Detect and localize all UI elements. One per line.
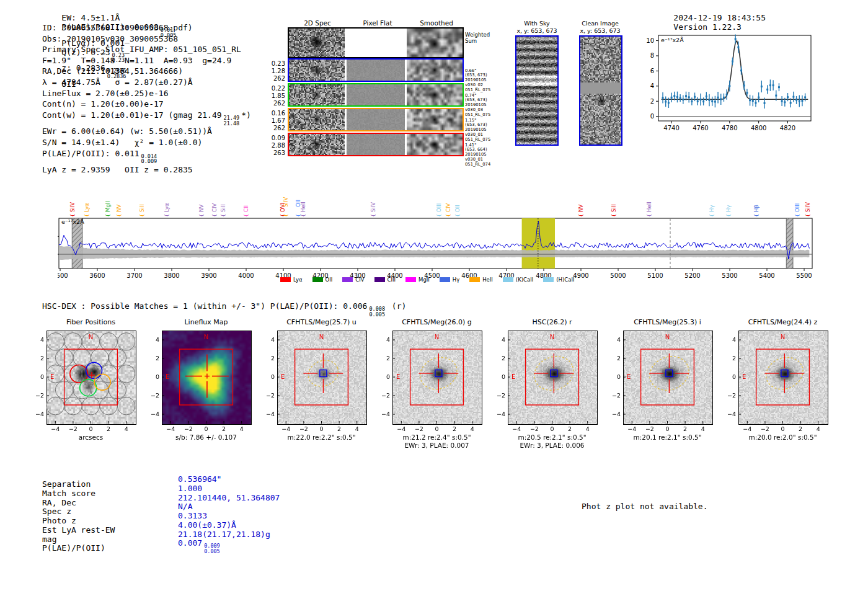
- x-tick: 4: [466, 425, 479, 432]
- line-marker-siiv: { SiIV: [283, 197, 289, 217]
- x-tick: 4: [351, 425, 363, 432]
- y-tick: 2: [264, 355, 275, 362]
- y-tick: −4: [494, 411, 505, 417]
- legend-swatch: [503, 277, 513, 282]
- cutout-title: CFHTLS/Meg(24.4) z: [738, 318, 827, 326]
- obs-id: Obs: 20190105v030_3090055368: [42, 33, 251, 45]
- legend-swatch: [312, 277, 323, 282]
- cutout-overlay: NE: [162, 331, 250, 424]
- 2dspec-weighted-image: [289, 29, 345, 57]
- line-marker-civ: { CIV: [445, 203, 451, 217]
- svg-text:3800: 3800: [164, 272, 179, 279]
- y-tick: −2: [609, 392, 621, 399]
- smoothed-weighted-image: [407, 29, 463, 57]
- x-tick: 0: [316, 425, 328, 432]
- svg-text:2: 2: [650, 98, 654, 105]
- line-marker-oii: { OII: [454, 205, 461, 217]
- svg-text:N: N: [319, 334, 324, 340]
- svg-text:e⁻¹⁷x2Å: e⁻¹⁷x2Å: [61, 218, 84, 225]
- detect-id: ID: 3090055368 (3090055368.pdf): [42, 22, 251, 33]
- match-value: 0.0070.0090.005: [178, 539, 280, 554]
- line-marker-hγ: { Hγ: [709, 205, 715, 217]
- y-tick: −2: [725, 392, 736, 399]
- x-tick: 2: [794, 425, 807, 432]
- legend-item-h: Hγ: [440, 277, 459, 283]
- clean-image: [579, 35, 622, 146]
- svg-text:N: N: [665, 334, 670, 340]
- svg-text:e⁻¹⁷x2Å: e⁻¹⁷x2Å: [661, 37, 684, 43]
- x-tick: 0: [546, 425, 559, 432]
- cutout-overlay: NE: [392, 331, 481, 424]
- clean-image-canvas: [580, 37, 621, 144]
- y-tick: 4: [148, 336, 159, 343]
- col-header-smoothed: Smoothed: [408, 19, 465, 27]
- cutout-panel-3: CFHTLS/Meg(26.0) g: [392, 318, 481, 326]
- line-marker-cii: { CII: [243, 205, 249, 217]
- svg-text:N: N: [781, 334, 785, 340]
- y-tick: 4: [725, 336, 736, 343]
- y-tick: 2: [379, 355, 390, 362]
- svg-text:8: 8: [650, 52, 654, 59]
- cutout-overlay: NE: [508, 331, 596, 424]
- svg-text:4800: 4800: [751, 125, 766, 131]
- x-tick: 0: [85, 425, 97, 432]
- x-tick: −4: [626, 425, 638, 432]
- pixelflat-weighted-image: [347, 29, 405, 57]
- y-tick: −4: [725, 411, 736, 417]
- cutout-xlabel: m:21.2 re:2.4" s:0.5": [386, 433, 487, 441]
- with-sky-canvas: [516, 37, 557, 144]
- svg-text:4740: 4740: [663, 125, 679, 131]
- y-tick: 4: [494, 336, 505, 343]
- spectral-line-markers: { SiIV{ Lyα{ MgII{ NV{ SiII{ Lyα{ NV{ CI…: [59, 160, 822, 218]
- x-tick: −4: [280, 425, 292, 432]
- legend-item-kcaii: (K)CaII: [503, 277, 533, 283]
- fiber-row-1-weights: 0.231.28262: [269, 60, 285, 82]
- cutout-panel-6: CFHTLS/Meg(24.4) z: [738, 318, 827, 326]
- svg-text:N: N: [89, 334, 93, 340]
- y-tick: 0: [264, 373, 275, 380]
- cutout-xlabel: m:20.5 re:2.1" s:0.5": [502, 433, 603, 441]
- y-tick: −2: [33, 392, 44, 399]
- cutout-panel-4: HSC(26.2) r: [508, 318, 596, 326]
- match-label: Spec z: [42, 507, 115, 517]
- cutout-title: Lineflux Map: [162, 318, 250, 326]
- 2dspec-image: [289, 84, 345, 105]
- line-marker-oiii: { OIII: [794, 203, 800, 217]
- detection-info-block: ID: 3090055368 (3090055368.pdf) Obs: 201…: [42, 22, 251, 176]
- match-value: 0.536964": [178, 475, 280, 484]
- svg-text:3500: 3500: [58, 272, 68, 279]
- y-tick: 4: [33, 336, 44, 343]
- fiber-row-4-images: [288, 133, 464, 156]
- legend-swatch: [543, 277, 554, 282]
- cutout-overlay: NE: [738, 331, 827, 424]
- match-label: Match score: [42, 489, 115, 499]
- y-tick: 0: [609, 373, 621, 380]
- line-marker-siiv: { SiIV: [69, 202, 76, 217]
- svg-text:5000: 5000: [610, 272, 626, 279]
- line-marker-hγ: { Hγ: [725, 205, 732, 217]
- with-sky-title: With Skyx, y: 653, 673: [506, 20, 568, 34]
- pixelflat-image: [347, 60, 405, 81]
- ra-dec: RA,Dec (212.101364,51.364666): [42, 66, 251, 77]
- line-marker-civ: { CIV: [211, 203, 218, 217]
- svg-text:E: E: [166, 373, 169, 380]
- svg-text:4820: 4820: [780, 125, 795, 131]
- svg-text:5100: 5100: [647, 272, 663, 279]
- svg-text:4000: 4000: [238, 272, 254, 279]
- y-tick: −4: [33, 411, 44, 417]
- y-tick: −4: [609, 411, 621, 417]
- y-tick: −2: [264, 392, 275, 399]
- svg-text:0: 0: [650, 113, 654, 120]
- line-marker-siiv: { SiIV: [370, 202, 376, 217]
- svg-text:5300: 5300: [722, 272, 737, 279]
- x-tick: −2: [182, 425, 195, 432]
- cont-n: Cont(n) = 1.20(±0.00)e-17: [42, 99, 251, 110]
- line-marker-lyα: { Lyα: [164, 203, 170, 217]
- x-tick: 4: [697, 425, 709, 432]
- svg-text:E: E: [281, 373, 285, 380]
- primary-spec-slot: Primary Spec_Slot_IFU_AMP: 051_105_051_R…: [42, 44, 251, 55]
- match-value: 21.18(21.17,21.18)g: [178, 530, 280, 540]
- svg-text:5500: 5500: [796, 272, 812, 279]
- phot-z-note: Phot z plot not available.: [582, 502, 708, 511]
- cutout-panel-0: Fiber Positions: [46, 318, 135, 326]
